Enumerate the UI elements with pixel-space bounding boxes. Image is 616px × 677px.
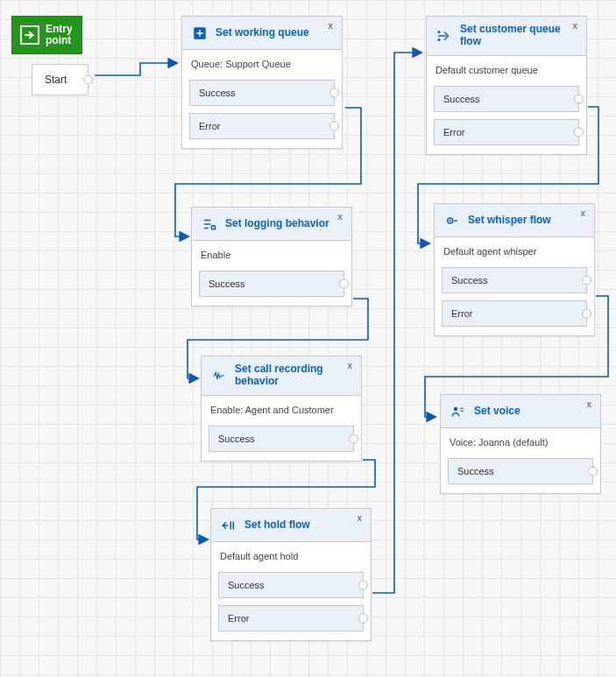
outcome-port[interactable]: [574, 94, 584, 103]
flow-arrow-icon: [435, 27, 453, 45]
hold-flow-icon: [220, 517, 237, 534]
outcome-port[interactable]: [349, 434, 358, 443]
node-title: Set customer queue flow: [460, 24, 567, 48]
start-port[interactable]: [83, 75, 93, 85]
outcome-port[interactable]: [588, 467, 598, 476]
node-title: Set voice: [474, 405, 520, 418]
svg-point-4: [211, 225, 216, 229]
outcome-error[interactable]: Error: [442, 300, 587, 327]
eye-flow-icon: [443, 212, 461, 229]
outcome-port[interactable]: [329, 122, 339, 131]
svg-rect-9: [233, 521, 235, 529]
node-set-voice[interactable]: Set voice x Voice: Joanna (default) Succ…: [440, 394, 601, 494]
flow-canvas[interactable]: Entry point Start Set working queue x Qu…: [0, 0, 616, 677]
node-set-customer-queue-flow[interactable]: Set customer queue flow x Default custom…: [426, 16, 587, 155]
list-gear-icon: [201, 215, 218, 233]
node-body: Enable: [192, 241, 351, 271]
node-header[interactable]: Set whisper flow x: [435, 204, 594, 237]
node-set-whisper-flow[interactable]: Set whisper flow x Default agent whisper…: [434, 203, 595, 336]
close-icon[interactable]: x: [570, 18, 582, 32]
outcome-success[interactable]: Success: [189, 80, 335, 106]
close-icon[interactable]: x: [354, 511, 366, 525]
close-icon[interactable]: x: [584, 397, 596, 411]
node-header[interactable]: Set working queue x: [182, 17, 342, 50]
node-body: Default agent whisper: [435, 237, 594, 267]
node-set-working-queue[interactable]: Set working queue x Queue: Support Queue…: [181, 16, 343, 149]
node-title: Set logging behavior: [225, 218, 329, 230]
node-header[interactable]: Set voice x: [441, 395, 600, 428]
entry-arrow-icon: [19, 25, 40, 46]
node-set-call-recording-behavior[interactable]: Set call recording behavior x Enable: Ag…: [201, 356, 362, 462]
start-block[interactable]: Start: [32, 64, 89, 95]
node-set-logging-behavior[interactable]: Set logging behavior x Enable Success: [191, 207, 352, 307]
svg-rect-8: [230, 521, 232, 529]
start-label: Start: [45, 74, 67, 86]
outcome-port[interactable]: [358, 614, 368, 624]
close-icon[interactable]: x: [335, 209, 347, 223]
entry-point-block[interactable]: Entry point: [11, 16, 82, 54]
node-body: Enable: Agent and Customer: [202, 396, 361, 426]
outcome-error[interactable]: Error: [434, 119, 579, 145]
node-body: Default customer queue: [427, 56, 586, 86]
svg-point-6: [450, 219, 451, 221]
outcome-port[interactable]: [358, 581, 368, 590]
entry-point-label: Entry point: [46, 24, 73, 46]
outcome-port[interactable]: [582, 309, 591, 319]
close-icon[interactable]: x: [577, 206, 590, 220]
outcome-success[interactable]: Success: [448, 458, 593, 484]
node-body: Default agent hold: [211, 542, 371, 572]
outcome-success[interactable]: Success: [434, 86, 579, 112]
outcome-port[interactable]: [339, 279, 349, 289]
outcome-error[interactable]: Error: [218, 605, 364, 631]
outcome-success[interactable]: Success: [442, 267, 587, 293]
node-title: Set whisper flow: [468, 215, 551, 227]
person-voice-icon: [450, 403, 467, 420]
waveform-icon: [210, 367, 228, 384]
node-body: Queue: Support Queue: [182, 50, 342, 80]
node-title: Set working queue: [216, 27, 309, 39]
node-header[interactable]: Set customer queue flow x: [427, 17, 586, 56]
node-title: Set call recording behavior: [235, 363, 342, 388]
node-header[interactable]: Set hold flow x: [211, 509, 371, 542]
outcome-port[interactable]: [582, 276, 591, 286]
close-icon[interactable]: x: [325, 18, 337, 32]
svg-point-2: [438, 31, 441, 33]
svg-point-7: [454, 406, 458, 411]
queue-add-icon: [191, 25, 209, 42]
outcome-success[interactable]: Success: [209, 426, 354, 452]
outcome-port[interactable]: [574, 127, 584, 137]
node-set-hold-flow[interactable]: Set hold flow x Default agent hold Succe…: [210, 508, 372, 641]
close-icon[interactable]: x: [344, 358, 357, 372]
outcome-success[interactable]: Success: [218, 572, 364, 598]
outcome-success[interactable]: Success: [199, 271, 344, 297]
svg-point-3: [438, 39, 441, 41]
node-title: Set hold flow: [244, 519, 310, 532]
outcome-error[interactable]: Error: [189, 113, 335, 139]
node-header[interactable]: Set logging behavior x: [192, 208, 351, 241]
node-header[interactable]: Set call recording behavior x: [202, 356, 361, 396]
node-body: Voice: Joanna (default): [441, 428, 600, 458]
outcome-port[interactable]: [329, 88, 339, 98]
